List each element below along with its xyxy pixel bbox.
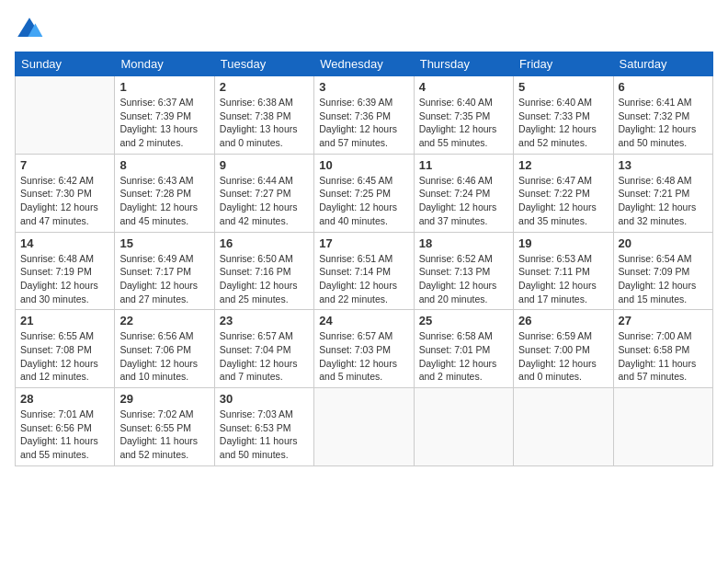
day-number: 24 — [319, 314, 408, 327]
calendar-cell — [314, 388, 414, 466]
calendar-cell: 24 Sunrise: 6:57 AM Sunset: 7:03 PM Dayl… — [314, 310, 414, 388]
calendar-day-header: Tuesday — [214, 52, 313, 76]
sunset: Sunset: 7:35 PM — [419, 110, 491, 121]
cell-content: Sunrise: 6:58 AM Sunset: 7:01 PM Dayligh… — [419, 329, 508, 384]
cell-content: Sunrise: 6:49 AM Sunset: 7:17 PM Dayligh… — [119, 252, 209, 306]
calendar-cell — [414, 388, 513, 466]
sunset: Sunset: 7:19 PM — [20, 266, 92, 277]
sunrise: Sunrise: 6:46 AM — [419, 175, 493, 186]
day-number: 28 — [20, 392, 109, 406]
day-number: 23 — [220, 314, 309, 327]
cell-content: Sunrise: 6:38 AM Sunset: 7:38 PM Dayligh… — [220, 96, 309, 150]
cell-content: Sunrise: 6:48 AM Sunset: 7:21 PM Dayligh… — [619, 174, 708, 228]
day-number: 29 — [119, 392, 209, 406]
sunrise: Sunrise: 6:56 AM — [119, 330, 193, 341]
day-number: 6 — [619, 80, 708, 94]
daylight: Daylight: 12 hours and 5 minutes. — [319, 358, 397, 383]
day-number: 10 — [319, 158, 408, 172]
sunset: Sunset: 6:58 PM — [619, 344, 690, 355]
sunrise: Sunrise: 6:54 AM — [619, 253, 692, 264]
sunset: Sunset: 7:01 PM — [419, 344, 491, 355]
calendar-day-header: Sunday — [16, 52, 115, 76]
daylight: Daylight: 12 hours and 52 minutes. — [518, 123, 597, 148]
daylight: Daylight: 12 hours and 57 minutes. — [319, 123, 397, 148]
cell-content: Sunrise: 6:47 AM Sunset: 7:22 PM Dayligh… — [518, 174, 608, 228]
sunset: Sunset: 7:32 PM — [619, 110, 690, 121]
sunrise: Sunrise: 6:57 AM — [319, 330, 392, 341]
cell-content: Sunrise: 6:41 AM Sunset: 7:32 PM Dayligh… — [619, 96, 708, 150]
sunset: Sunset: 7:08 PM — [20, 344, 92, 355]
calendar-day-header: Thursday — [414, 52, 513, 76]
daylight: Daylight: 12 hours and 37 minutes. — [419, 201, 497, 226]
day-number: 21 — [20, 314, 109, 327]
calendar-day-header: Wednesday — [314, 52, 414, 76]
sunrise: Sunrise: 6:41 AM — [619, 97, 692, 108]
cell-content: Sunrise: 7:00 AM Sunset: 6:58 PM Dayligh… — [619, 329, 708, 384]
sunrise: Sunrise: 6:55 AM — [20, 330, 94, 341]
sunset: Sunset: 7:28 PM — [119, 188, 191, 199]
calendar-cell: 27 Sunrise: 7:00 AM Sunset: 6:58 PM Dayl… — [613, 310, 712, 388]
daylight: Daylight: 12 hours and 45 minutes. — [119, 201, 198, 226]
cell-content: Sunrise: 6:43 AM Sunset: 7:28 PM Dayligh… — [119, 174, 209, 228]
calendar-cell — [16, 76, 115, 155]
cell-content: Sunrise: 6:50 AM Sunset: 7:16 PM Dayligh… — [220, 252, 309, 306]
sunset: Sunset: 7:39 PM — [119, 110, 191, 121]
daylight: Daylight: 11 hours and 50 minutes. — [220, 435, 298, 460]
day-number: 27 — [619, 314, 708, 327]
day-number: 14 — [20, 236, 109, 250]
cell-content: Sunrise: 6:52 AM Sunset: 7:13 PM Dayligh… — [419, 252, 508, 306]
calendar-day-header: Monday — [115, 52, 214, 76]
cell-content: Sunrise: 6:46 AM Sunset: 7:24 PM Dayligh… — [419, 174, 508, 228]
sunset: Sunset: 7:24 PM — [419, 188, 491, 199]
sunset: Sunset: 7:13 PM — [419, 266, 491, 277]
sunrise: Sunrise: 6:48 AM — [619, 175, 692, 186]
daylight: Daylight: 12 hours and 12 minutes. — [20, 358, 98, 383]
sunrise: Sunrise: 7:03 AM — [220, 408, 293, 419]
sunset: Sunset: 6:55 PM — [119, 422, 191, 433]
calendar-cell: 5 Sunrise: 6:40 AM Sunset: 7:33 PM Dayli… — [514, 76, 613, 155]
cell-content: Sunrise: 6:44 AM Sunset: 7:27 PM Dayligh… — [220, 174, 309, 228]
cell-content: Sunrise: 6:51 AM Sunset: 7:14 PM Dayligh… — [319, 252, 408, 306]
cell-content: Sunrise: 6:56 AM Sunset: 7:06 PM Dayligh… — [119, 329, 209, 384]
calendar-cell — [514, 388, 613, 466]
sunset: Sunset: 6:56 PM — [20, 422, 92, 433]
calendar-cell: 13 Sunrise: 6:48 AM Sunset: 7:21 PM Dayl… — [613, 154, 712, 232]
sunset: Sunset: 7:22 PM — [518, 188, 590, 199]
calendar-cell: 21 Sunrise: 6:55 AM Sunset: 7:08 PM Dayl… — [16, 310, 115, 388]
day-number: 22 — [119, 314, 209, 327]
sunrise: Sunrise: 6:48 AM — [20, 253, 94, 264]
calendar-cell: 9 Sunrise: 6:44 AM Sunset: 7:27 PM Dayli… — [214, 154, 313, 232]
calendar-cell: 19 Sunrise: 6:53 AM Sunset: 7:11 PM Dayl… — [514, 232, 613, 310]
calendar-cell: 29 Sunrise: 7:02 AM Sunset: 6:55 PM Dayl… — [115, 388, 214, 466]
sunset: Sunset: 7:06 PM — [119, 344, 191, 355]
sunset: Sunset: 7:21 PM — [619, 188, 690, 199]
daylight: Daylight: 12 hours and 22 minutes. — [319, 280, 397, 304]
sunrise: Sunrise: 6:53 AM — [518, 253, 592, 264]
calendar-week-row: 21 Sunrise: 6:55 AM Sunset: 7:08 PM Dayl… — [16, 310, 713, 388]
sunset: Sunset: 7:03 PM — [319, 344, 391, 355]
daylight: Daylight: 12 hours and 10 minutes. — [119, 358, 198, 383]
sunrise: Sunrise: 6:42 AM — [20, 175, 94, 186]
daylight: Daylight: 11 hours and 55 minutes. — [20, 435, 98, 460]
sunset: Sunset: 7:25 PM — [319, 188, 391, 199]
calendar-day-header: Saturday — [613, 52, 712, 76]
day-number: 4 — [419, 80, 508, 94]
calendar-cell: 2 Sunrise: 6:38 AM Sunset: 7:38 PM Dayli… — [214, 76, 313, 155]
calendar-cell: 23 Sunrise: 6:57 AM Sunset: 7:04 PM Dayl… — [214, 310, 313, 388]
calendar-cell: 18 Sunrise: 6:52 AM Sunset: 7:13 PM Dayl… — [414, 232, 513, 310]
daylight: Daylight: 12 hours and 30 minutes. — [20, 280, 98, 304]
cell-content: Sunrise: 6:57 AM Sunset: 7:04 PM Dayligh… — [220, 329, 309, 384]
cell-content: Sunrise: 6:37 AM Sunset: 7:39 PM Dayligh… — [119, 96, 209, 150]
calendar-cell: 8 Sunrise: 6:43 AM Sunset: 7:28 PM Dayli… — [115, 154, 214, 232]
sunrise: Sunrise: 6:58 AM — [419, 330, 493, 341]
calendar-cell: 30 Sunrise: 7:03 AM Sunset: 6:53 PM Dayl… — [214, 388, 313, 466]
daylight: Daylight: 12 hours and 2 minutes. — [419, 358, 497, 383]
calendar-cell: 15 Sunrise: 6:49 AM Sunset: 7:17 PM Dayl… — [115, 232, 214, 310]
day-number: 7 — [20, 158, 109, 172]
day-number: 9 — [220, 158, 309, 172]
daylight: Daylight: 11 hours and 57 minutes. — [619, 358, 697, 383]
sunrise: Sunrise: 6:44 AM — [220, 175, 293, 186]
day-number: 8 — [119, 158, 209, 172]
day-number: 30 — [220, 392, 309, 406]
daylight: Daylight: 12 hours and 32 minutes. — [619, 201, 697, 226]
